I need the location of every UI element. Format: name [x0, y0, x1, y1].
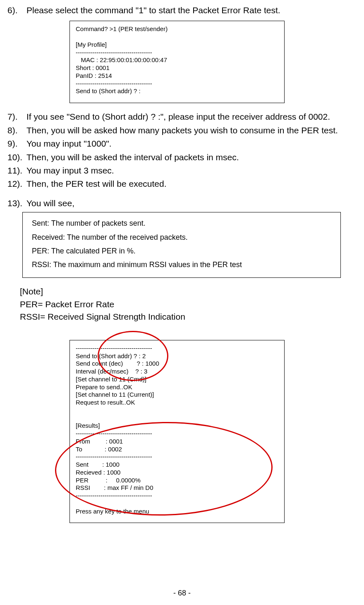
legend-per: PER: The calculated PER in %.	[32, 244, 331, 258]
step-text: If you see "Send to (Short addr) ? :", p…	[26, 111, 357, 123]
step-text: You may input 3 msec.	[26, 164, 357, 177]
step-number: 9).	[7, 137, 26, 150]
document-page: 6). Please select the command "1" to sta…	[0, 0, 364, 605]
step-number: 11).	[7, 164, 26, 177]
page-number: - 68 -	[0, 589, 364, 598]
step-8: 8). Then, you will be asked how many pac…	[7, 124, 357, 137]
step-number: 7).	[7, 111, 26, 123]
step-7: 7). If you see "Send to (Short addr) ? :…	[7, 111, 357, 123]
legend-sent: Sent: The number of packets sent.	[32, 217, 331, 230]
step-number: 8).	[7, 124, 26, 137]
terminal-output-results: ------------------------------------- Se…	[69, 340, 285, 523]
step-text: You may input "1000".	[26, 137, 357, 150]
step-13: 13). You will see,	[7, 197, 357, 210]
step-6: 6). Please select the command "1" to sta…	[7, 4, 357, 17]
step-11: 11). You may input 3 msec.	[7, 164, 357, 177]
note-heading: [Note]	[20, 285, 357, 298]
legend-box: Sent: The number of packets sent. Receiv…	[22, 212, 341, 278]
step-9: 9). You may input "1000".	[7, 137, 357, 150]
note-per-definition: PER= Packet Error Rate	[20, 298, 357, 311]
step-text: Then, you will be asked how many packets…	[26, 124, 357, 137]
step-number: 6).	[7, 4, 26, 17]
step-text: Please select the command "1" to start t…	[26, 4, 357, 17]
step-text: Then, the PER test will be executed.	[26, 178, 357, 190]
legend-received: Received: The number of the received pac…	[32, 231, 331, 244]
step-text: You will see,	[26, 197, 357, 210]
step-number: 13).	[7, 197, 26, 210]
step-text: Then, you will be asked the interval of …	[26, 151, 357, 164]
step-number: 12).	[7, 178, 26, 190]
step-10: 10). Then, you will be asked the interva…	[7, 151, 357, 164]
step-number: 10).	[7, 151, 26, 164]
legend-rssi: RSSI: The maximum and minimum RSSI value…	[32, 258, 331, 272]
note-rssi-definition: RSSI= Received Signal Strength Indicatio…	[20, 311, 357, 323]
terminal-output-profile: Command? >1 (PER test/sender) [My Profil…	[69, 21, 285, 103]
step-12: 12). Then, the PER test will be executed…	[7, 178, 357, 190]
